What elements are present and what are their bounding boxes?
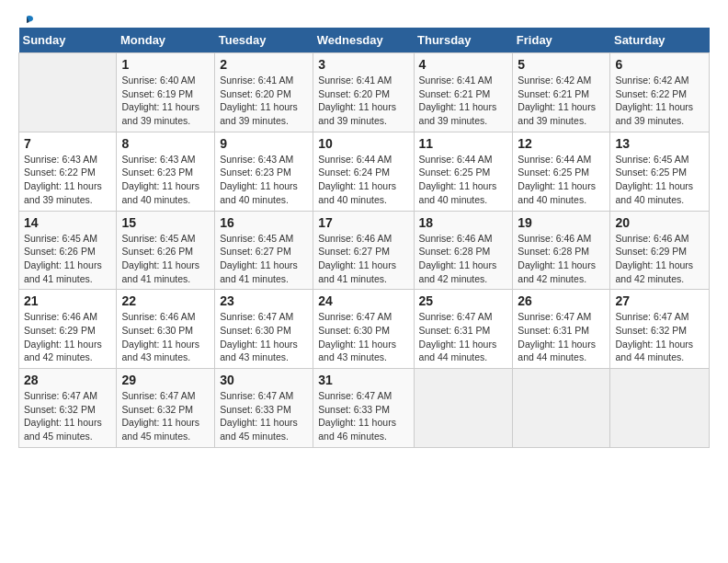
day-info: Sunrise: 6:46 AMSunset: 6:30 PMDaylight:… xyxy=(121,310,210,364)
header-sunday: Sunday xyxy=(19,28,117,53)
day-info: Sunrise: 6:41 AMSunset: 6:21 PMDaylight:… xyxy=(419,74,508,128)
calendar-cell: 28Sunrise: 6:47 AMSunset: 6:32 PMDayligh… xyxy=(19,369,117,448)
day-info: Sunrise: 6:47 AMSunset: 6:33 PMDaylight:… xyxy=(220,389,308,443)
day-info: Sunrise: 6:46 AMSunset: 6:27 PMDaylight:… xyxy=(318,232,408,286)
day-info: Sunrise: 6:46 AMSunset: 6:29 PMDaylight:… xyxy=(615,232,704,286)
calendar-cell: 16Sunrise: 6:45 AMSunset: 6:27 PMDayligh… xyxy=(215,211,313,290)
calendar-header-row: SundayMondayTuesdayWednesdayThursdayFrid… xyxy=(19,28,710,53)
day-number: 6 xyxy=(615,57,704,72)
calendar-cell: 10Sunrise: 6:44 AMSunset: 6:24 PMDayligh… xyxy=(313,132,414,211)
calendar-cell xyxy=(414,369,513,448)
day-number: 3 xyxy=(318,57,408,72)
day-info: Sunrise: 6:45 AMSunset: 6:27 PMDaylight:… xyxy=(220,232,308,286)
day-number: 30 xyxy=(220,373,308,387)
week-row-4: 21Sunrise: 6:46 AMSunset: 6:29 PMDayligh… xyxy=(19,290,710,369)
day-info: Sunrise: 6:41 AMSunset: 6:20 PMDaylight:… xyxy=(220,74,308,128)
day-number: 15 xyxy=(121,215,210,230)
day-info: Sunrise: 6:47 AMSunset: 6:33 PMDaylight:… xyxy=(318,389,408,443)
calendar-cell: 9Sunrise: 6:43 AMSunset: 6:23 PMDaylight… xyxy=(215,132,313,211)
day-info: Sunrise: 6:46 AMSunset: 6:29 PMDaylight:… xyxy=(24,310,111,364)
header-thursday: Thursday xyxy=(414,28,513,53)
day-info: Sunrise: 6:47 AMSunset: 6:30 PMDaylight:… xyxy=(220,310,308,364)
day-number: 27 xyxy=(615,293,704,308)
day-info: Sunrise: 6:44 AMSunset: 6:24 PMDaylight:… xyxy=(318,153,408,207)
day-number: 25 xyxy=(419,293,508,308)
day-number: 26 xyxy=(518,293,605,308)
calendar-cell: 17Sunrise: 6:46 AMSunset: 6:27 PMDayligh… xyxy=(313,211,414,290)
day-number: 16 xyxy=(220,215,308,230)
day-number: 8 xyxy=(121,136,210,151)
day-info: Sunrise: 6:47 AMSunset: 6:32 PMDaylight:… xyxy=(615,310,704,364)
calendar-cell: 27Sunrise: 6:47 AMSunset: 6:32 PMDayligh… xyxy=(610,290,710,369)
calendar-cell: 8Sunrise: 6:43 AMSunset: 6:23 PMDaylight… xyxy=(117,132,215,211)
calendar-cell: 21Sunrise: 6:46 AMSunset: 6:29 PMDayligh… xyxy=(19,290,117,369)
week-row-5: 28Sunrise: 6:47 AMSunset: 6:32 PMDayligh… xyxy=(19,369,710,448)
week-row-3: 14Sunrise: 6:45 AMSunset: 6:26 PMDayligh… xyxy=(19,211,710,290)
day-number: 5 xyxy=(518,57,605,72)
calendar-cell: 3Sunrise: 6:41 AMSunset: 6:20 PMDaylight… xyxy=(313,53,414,132)
calendar-cell: 18Sunrise: 6:46 AMSunset: 6:28 PMDayligh… xyxy=(414,211,513,290)
calendar-cell: 5Sunrise: 6:42 AMSunset: 6:21 PMDaylight… xyxy=(513,53,610,132)
calendar-cell: 19Sunrise: 6:46 AMSunset: 6:28 PMDayligh… xyxy=(513,211,610,290)
calendar-cell: 11Sunrise: 6:44 AMSunset: 6:25 PMDayligh… xyxy=(414,132,513,211)
calendar-cell: 31Sunrise: 6:47 AMSunset: 6:33 PMDayligh… xyxy=(313,369,414,448)
calendar-cell xyxy=(610,369,710,448)
calendar-cell: 23Sunrise: 6:47 AMSunset: 6:30 PMDayligh… xyxy=(215,290,313,369)
day-number: 4 xyxy=(419,57,508,72)
day-info: Sunrise: 6:46 AMSunset: 6:28 PMDaylight:… xyxy=(518,232,605,286)
calendar-cell: 12Sunrise: 6:44 AMSunset: 6:25 PMDayligh… xyxy=(513,132,610,211)
day-info: Sunrise: 6:47 AMSunset: 6:32 PMDaylight:… xyxy=(121,389,210,443)
day-number: 21 xyxy=(24,293,111,308)
day-info: Sunrise: 6:44 AMSunset: 6:25 PMDaylight:… xyxy=(419,153,508,207)
day-number: 18 xyxy=(419,215,508,230)
calendar-cell: 7Sunrise: 6:43 AMSunset: 6:22 PMDaylight… xyxy=(19,132,117,211)
header-tuesday: Tuesday xyxy=(215,28,313,53)
day-number: 1 xyxy=(121,57,210,72)
calendar-cell: 4Sunrise: 6:41 AMSunset: 6:21 PMDaylight… xyxy=(414,53,513,132)
day-number: 17 xyxy=(318,215,408,230)
day-number: 9 xyxy=(220,136,308,151)
calendar-cell: 30Sunrise: 6:47 AMSunset: 6:33 PMDayligh… xyxy=(215,369,313,448)
week-row-2: 7Sunrise: 6:43 AMSunset: 6:22 PMDaylight… xyxy=(19,132,710,211)
calendar-cell: 14Sunrise: 6:45 AMSunset: 6:26 PMDayligh… xyxy=(19,211,117,290)
day-info: Sunrise: 6:40 AMSunset: 6:19 PMDaylight:… xyxy=(121,74,210,128)
day-info: Sunrise: 6:43 AMSunset: 6:22 PMDaylight:… xyxy=(24,153,111,207)
day-number: 24 xyxy=(318,293,408,308)
day-number: 29 xyxy=(121,373,210,387)
day-number: 12 xyxy=(518,136,605,151)
calendar-cell: 26Sunrise: 6:47 AMSunset: 6:31 PMDayligh… xyxy=(513,290,610,369)
day-info: Sunrise: 6:47 AMSunset: 6:30 PMDaylight:… xyxy=(318,310,408,364)
calendar-cell: 6Sunrise: 6:42 AMSunset: 6:22 PMDaylight… xyxy=(610,53,710,132)
day-number: 20 xyxy=(615,215,704,230)
header-saturday: Saturday xyxy=(610,28,710,53)
day-info: Sunrise: 6:46 AMSunset: 6:28 PMDaylight:… xyxy=(419,232,508,286)
calendar-cell: 29Sunrise: 6:47 AMSunset: 6:32 PMDayligh… xyxy=(117,369,215,448)
calendar-cell: 15Sunrise: 6:45 AMSunset: 6:26 PMDayligh… xyxy=(117,211,215,290)
calendar-cell xyxy=(513,369,610,448)
day-number: 31 xyxy=(318,373,408,387)
calendar-cell: 24Sunrise: 6:47 AMSunset: 6:30 PMDayligh… xyxy=(313,290,414,369)
day-info: Sunrise: 6:42 AMSunset: 6:21 PMDaylight:… xyxy=(518,74,605,128)
day-number: 7 xyxy=(24,136,111,151)
day-number: 11 xyxy=(419,136,508,151)
calendar-cell: 25Sunrise: 6:47 AMSunset: 6:31 PMDayligh… xyxy=(414,290,513,369)
day-number: 19 xyxy=(518,215,605,230)
day-info: Sunrise: 6:43 AMSunset: 6:23 PMDaylight:… xyxy=(220,153,308,207)
calendar-cell: 13Sunrise: 6:45 AMSunset: 6:25 PMDayligh… xyxy=(610,132,710,211)
day-number: 23 xyxy=(220,293,308,308)
header-wednesday: Wednesday xyxy=(313,28,414,53)
calendar-cell: 1Sunrise: 6:40 AMSunset: 6:19 PMDaylight… xyxy=(117,53,215,132)
logo-bird-icon xyxy=(18,15,35,31)
day-number: 28 xyxy=(24,373,111,387)
calendar-cell: 2Sunrise: 6:41 AMSunset: 6:20 PMDaylight… xyxy=(215,53,313,132)
day-info: Sunrise: 6:45 AMSunset: 6:26 PMDaylight:… xyxy=(24,232,111,286)
day-info: Sunrise: 6:44 AMSunset: 6:25 PMDaylight:… xyxy=(518,153,605,207)
day-info: Sunrise: 6:47 AMSunset: 6:31 PMDaylight:… xyxy=(419,310,508,364)
header-friday: Friday xyxy=(513,28,610,53)
calendar-cell: 22Sunrise: 6:46 AMSunset: 6:30 PMDayligh… xyxy=(117,290,215,369)
day-info: Sunrise: 6:45 AMSunset: 6:25 PMDaylight:… xyxy=(615,153,704,207)
day-info: Sunrise: 6:41 AMSunset: 6:20 PMDaylight:… xyxy=(318,74,408,128)
calendar-table: SundayMondayTuesdayWednesdayThursdayFrid… xyxy=(18,28,710,448)
day-info: Sunrise: 6:42 AMSunset: 6:22 PMDaylight:… xyxy=(615,74,704,128)
day-number: 10 xyxy=(318,136,408,151)
